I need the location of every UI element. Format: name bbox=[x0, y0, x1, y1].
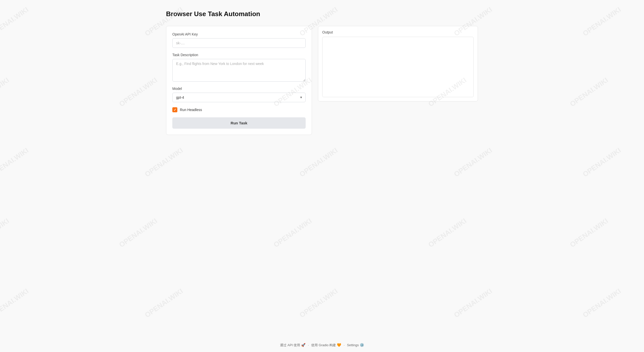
right-panel: Output bbox=[318, 26, 478, 101]
checkmark-icon: ✓ bbox=[174, 108, 176, 112]
page-title: Browser Use Task Automation bbox=[166, 10, 478, 18]
headless-label[interactable]: Run Headless bbox=[180, 108, 202, 112]
model-field-group: Model gpt-4 gpt-3.5-turbo gpt-4-turbo ▼ bbox=[172, 87, 306, 102]
footer-settings-label: Settings bbox=[347, 343, 359, 347]
task-description-label: Task Description bbox=[172, 53, 306, 57]
model-select-wrapper: gpt-4 gpt-3.5-turbo gpt-4-turbo ▼ bbox=[172, 93, 306, 102]
page-container: Browser Use Task Automation OpenAI API K… bbox=[146, 0, 498, 155]
footer-gradio-text: 使用 Gradio 构建 bbox=[311, 343, 336, 347]
footer-gradio-icon: 🧡 bbox=[337, 343, 342, 347]
headless-checkbox[interactable]: ✓ bbox=[172, 107, 177, 112]
model-select[interactable]: gpt-4 gpt-3.5-turbo gpt-4-turbo bbox=[172, 93, 306, 102]
footer-dot-1: · bbox=[308, 343, 309, 347]
left-panel: OpenAI API Key Task Description Model gp… bbox=[166, 26, 312, 135]
model-label: Model bbox=[172, 87, 306, 91]
footer-api-prefix: 通过 API 使用 bbox=[280, 343, 300, 347]
footer-settings-icon: ⚙️ bbox=[360, 343, 364, 347]
headless-checkbox-row: ✓ Run Headless bbox=[172, 107, 306, 112]
footer-dot-2: · bbox=[344, 343, 345, 347]
output-area bbox=[322, 37, 474, 97]
run-task-button[interactable]: Run Task bbox=[172, 117, 306, 129]
api-key-field-group: OpenAI API Key bbox=[172, 32, 306, 48]
main-content: OpenAI API Key Task Description Model gp… bbox=[166, 26, 478, 135]
api-key-label: OpenAI API Key bbox=[172, 32, 306, 36]
api-key-input[interactable] bbox=[172, 38, 306, 48]
footer: 通过 API 使用 🚀 · 使用 Gradio 构建 🧡 · Settings … bbox=[0, 338, 644, 352]
task-description-field-group: Task Description bbox=[172, 53, 306, 82]
footer-api-icon: 🚀 bbox=[301, 343, 306, 347]
footer-settings-link[interactable]: Settings ⚙️ bbox=[347, 343, 364, 347]
task-description-input[interactable] bbox=[172, 59, 306, 82]
output-label: Output bbox=[322, 30, 474, 34]
